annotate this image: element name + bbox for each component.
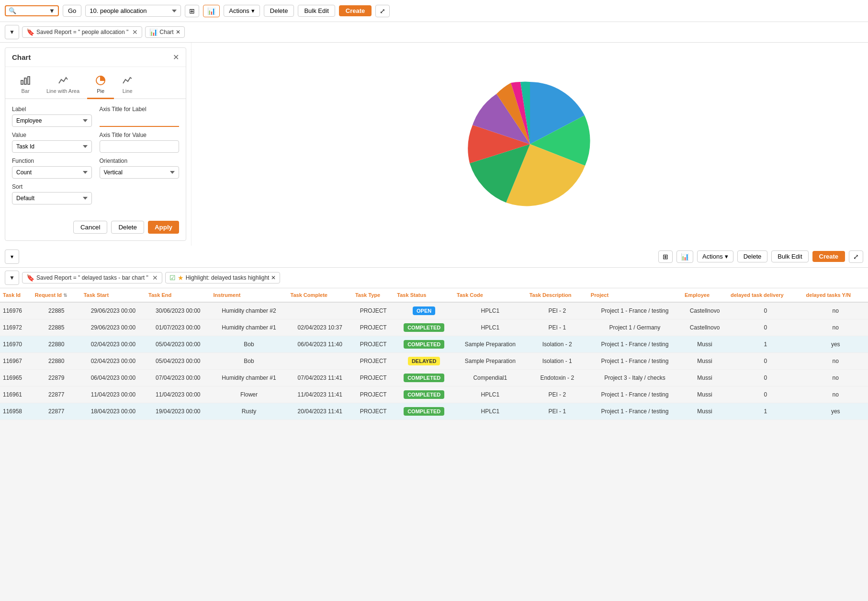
pie-chart-button[interactable]: Pie: [87, 72, 114, 99]
col-task-start[interactable]: Task Start: [81, 288, 146, 302]
orientation-label: Orientation: [100, 158, 180, 164]
col-delayed-delivery[interactable]: delayed task delivery: [728, 288, 803, 302]
actions-button[interactable]: Actions ▾: [224, 5, 260, 17]
table-row[interactable]: 116976 22885 29/06/2023 00:00 30/06/2023…: [0, 302, 868, 319]
report-select[interactable]: 10. people allocation: [85, 5, 181, 17]
value-field-label: Value: [12, 132, 92, 138]
col-request-id[interactable]: Request Id ⇅: [32, 288, 81, 302]
status-badge: COMPLETED: [404, 407, 444, 416]
cell-employee: Castellnovo: [682, 319, 728, 336]
col-task-complete[interactable]: Task Complete: [288, 288, 352, 302]
col-project[interactable]: Project: [588, 288, 682, 302]
axis-value-input[interactable]: [100, 140, 180, 153]
bulk-edit-button[interactable]: Bulk Edit: [298, 5, 335, 17]
cancel-button[interactable]: Cancel: [73, 221, 108, 234]
label-select[interactable]: Employee: [12, 114, 92, 127]
line-area-chart-button[interactable]: Line with Area: [39, 72, 87, 99]
table-row[interactable]: 116967 22880 02/04/2023 00:00 05/04/2023…: [0, 353, 868, 370]
table-header: Task Id Request Id ⇅ Task Start Task End…: [0, 288, 868, 302]
apply-button[interactable]: Apply: [148, 221, 179, 234]
cell-delayed-yn: no: [803, 386, 868, 403]
expand-button[interactable]: ⤢: [375, 5, 390, 17]
axis-label-input[interactable]: [100, 114, 180, 127]
table-row[interactable]: 116958 22877 18/04/2023 00:00 19/04/2023…: [0, 403, 868, 420]
table-row[interactable]: 116972 22885 29/06/2023 00:00 01/07/2023…: [0, 319, 868, 336]
cell-employee: Mussi: [682, 403, 728, 420]
chart-tag-close[interactable]: ✕: [176, 29, 180, 35]
chart-panel-close[interactable]: ✕: [173, 53, 179, 62]
col-employee[interactable]: Employee: [682, 288, 728, 302]
cell-delayed-delivery: 0: [728, 353, 803, 370]
cell-task-type: PROJECT: [352, 386, 394, 403]
col-task-description[interactable]: Task Description: [527, 288, 588, 302]
col-task-status[interactable]: Task Status: [394, 288, 454, 302]
second-dropdown-arrow[interactable]: ▾: [5, 249, 19, 264]
highlight-close[interactable]: ✕: [271, 274, 276, 281]
line-chart-button[interactable]: Line: [114, 72, 141, 99]
chart-delete-button[interactable]: Delete: [111, 221, 144, 234]
col-instrument[interactable]: Instrument: [211, 288, 288, 302]
cell-request-id: 22877: [32, 403, 81, 420]
label-field-label: Label: [12, 106, 92, 113]
dropdown-arrow-icon[interactable]: ▼: [49, 7, 55, 14]
search-box: 🔍 ▼: [5, 5, 59, 16]
delete-button[interactable]: Delete: [264, 5, 294, 17]
cell-task-id: 116972: [0, 319, 32, 336]
highlight-check-icon: ☑: [169, 274, 176, 282]
cell-task-code: HPLC1: [454, 319, 527, 336]
cell-task-complete: [288, 353, 352, 370]
second-delete-button[interactable]: Delete: [737, 250, 768, 262]
grid-view-button[interactable]: ⊞: [185, 5, 199, 17]
cell-employee: Castellnovo: [682, 302, 728, 319]
cell-task-type: PROJECT: [352, 336, 394, 353]
cell-request-id: 22877: [32, 386, 81, 403]
search-input[interactable]: [18, 7, 47, 14]
second-actions-button[interactable]: Actions ▾: [697, 250, 733, 262]
second-expand-button[interactable]: ⤢: [849, 250, 863, 263]
table-body: 116976 22885 29/06/2023 00:00 30/06/2023…: [0, 302, 868, 420]
axis-value-config: Axis Title for Value: [100, 132, 180, 153]
function-select[interactable]: Count: [12, 166, 92, 179]
go-button[interactable]: Go: [63, 5, 81, 17]
col-task-id[interactable]: Task Id: [0, 288, 32, 302]
table-row[interactable]: 116970 22880 02/04/2023 00:00 05/04/2023…: [0, 336, 868, 353]
status-badge: COMPLETED: [404, 374, 444, 382]
cell-task-type: PROJECT: [352, 370, 394, 386]
cell-task-type: PROJECT: [352, 403, 394, 420]
second-grid-btn[interactable]: ⊞: [658, 250, 673, 263]
cell-task-status: OPEN: [394, 302, 454, 319]
bar-chart-button[interactable]: Bar: [12, 72, 39, 99]
status-badge: COMPLETED: [404, 323, 444, 332]
cell-task-code: HPLC1: [454, 386, 527, 403]
config-row-2: Value Task Id Axis Title for Value: [12, 132, 179, 153]
svg-rect-0: [21, 80, 23, 84]
table-row[interactable]: 116965 22879 06/04/2023 00:00 07/04/2023…: [0, 370, 868, 386]
create-button[interactable]: Create: [339, 5, 372, 16]
col-task-type[interactable]: Task Type: [352, 288, 394, 302]
cell-task-complete: 11/04/2023 11:41: [288, 386, 352, 403]
second-chart-btn[interactable]: 📊: [676, 250, 693, 263]
chart-view-button[interactable]: 📊: [203, 5, 220, 17]
second-create-button[interactable]: Create: [812, 251, 845, 262]
orientation-select[interactable]: Vertical: [100, 166, 180, 179]
second-saved-report-close[interactable]: ✕: [152, 274, 158, 282]
svg-rect-2: [28, 77, 30, 84]
chart-panel-header: Chart ✕: [5, 48, 186, 67]
table-row[interactable]: 116961 22877 11/04/2023 00:00 11/04/2023…: [0, 386, 868, 403]
col-delayed-yn[interactable]: delayed tasks Y/N: [803, 288, 868, 302]
second-bulk-edit-button[interactable]: Bulk Edit: [771, 250, 808, 262]
cell-project: Project 1 - France / testing: [588, 302, 682, 319]
cell-task-id: 116958: [0, 403, 32, 420]
value-select[interactable]: Task Id: [12, 140, 92, 153]
line-icon: [122, 75, 133, 86]
cell-task-description: Endotoxin - 2: [527, 370, 588, 386]
cell-employee: Mussi: [682, 336, 728, 353]
col-task-end[interactable]: Task End: [146, 288, 210, 302]
filter-dropdown[interactable]: ▼: [5, 25, 19, 39]
sort-select[interactable]: Default: [12, 192, 92, 204]
table-wrapper: Task Id Request Id ⇅ Task Start Task End…: [0, 288, 868, 420]
col-task-code[interactable]: Task Code: [454, 288, 527, 302]
orientation-config: Orientation Vertical: [100, 158, 180, 179]
saved-report-close[interactable]: ✕: [132, 28, 138, 36]
second-filter-dropdown[interactable]: ▼: [5, 271, 19, 285]
